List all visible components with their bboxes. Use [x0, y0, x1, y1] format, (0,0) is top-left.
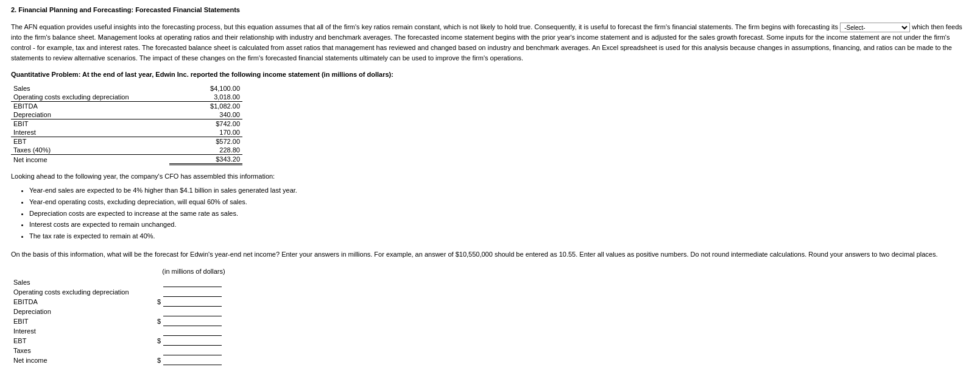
table-row: Sales: [11, 277, 224, 287]
forecast-row-label: Depreciation: [11, 307, 151, 316]
forecast-input-cell[interactable]: [163, 355, 224, 365]
forecast-row-label: EBIT: [11, 316, 151, 326]
dollar-symbol: $: [151, 297, 163, 307]
row-value: 3,018.00: [169, 93, 242, 102]
forecast-input-cell[interactable]: [163, 297, 224, 307]
row-value: $1,082.00: [169, 102, 242, 111]
forecast-row-label: Interest: [11, 326, 151, 336]
op-costs-input[interactable]: [163, 287, 222, 297]
table-row: Sales $4,100.00: [11, 84, 242, 93]
table-row: Depreciation: [11, 307, 224, 316]
forecast-row-label: Net income: [11, 355, 151, 365]
table-row: EBITDA $1,082.00: [11, 102, 242, 111]
ebitda-input[interactable]: [163, 297, 222, 307]
table-row: Taxes (40%) 228.80: [11, 146, 242, 155]
list-item: Depreciation costs are expected to incre…: [29, 208, 969, 219]
table-row: Interest: [11, 326, 224, 336]
row-value: $4,100.00: [169, 84, 242, 93]
table-row: Depreciation 340.00: [11, 110, 242, 119]
row-label: EBT: [11, 137, 169, 146]
row-label: Sales: [11, 84, 169, 93]
forecast-input-cell[interactable]: [163, 346, 224, 355]
depreciation-input[interactable]: [163, 307, 222, 316]
ebit-input[interactable]: [163, 316, 222, 326]
row-label: Operating costs excluding depreciation: [11, 93, 169, 102]
row-label: Net income: [11, 155, 169, 165]
table-row: EBT $572.00: [11, 137, 242, 146]
dollar-symbol: $: [151, 355, 163, 365]
interest-input[interactable]: [163, 326, 222, 336]
dollar-symbol: [151, 307, 163, 316]
dollar-symbol: [151, 287, 163, 297]
forecast-row-label: EBT: [11, 336, 151, 346]
row-label: Interest: [11, 128, 169, 137]
forecast-input-cell[interactable]: [163, 316, 224, 326]
table-row: EBIT $: [11, 316, 224, 326]
forecast-input-cell[interactable]: [163, 336, 224, 346]
table-row: Taxes: [11, 346, 224, 355]
forecast-row-label: Operating costs excluding depreciation: [11, 287, 151, 297]
row-value: 228.80: [169, 146, 242, 155]
section-title: 2. Financial Planning and Forecasting: F…: [11, 6, 969, 13]
looking-ahead-text: Looking ahead to the following year, the…: [11, 173, 969, 180]
table-row: Interest 170.00: [11, 128, 242, 137]
table-row: EBIT $742.00: [11, 119, 242, 129]
net-income-input[interactable]: [163, 355, 222, 365]
ebt-input[interactable]: [163, 336, 222, 346]
forecast-input-cell[interactable]: [163, 307, 224, 316]
quant-problem: Quantitative Problem: At the end of last…: [11, 71, 969, 78]
row-value: $742.00: [169, 119, 242, 129]
row-value: 340.00: [169, 110, 242, 119]
table-row: EBITDA $: [11, 297, 224, 307]
bullet-list: Year-end sales are expected to be 4% hig…: [29, 185, 969, 241]
row-label: Taxes (40%): [11, 146, 169, 155]
table-row: Operating costs excluding depreciation 3…: [11, 93, 242, 102]
forecast-header: (in millions of dollars): [133, 268, 255, 275]
row-label: EBITDA: [11, 102, 169, 111]
forecast-section: (in millions of dollars) Sales Operating…: [11, 268, 969, 365]
table-row-net-income: Net income $343.20: [11, 155, 242, 165]
row-value: $343.20: [169, 155, 242, 165]
forecast-row-label: Sales: [11, 277, 151, 287]
dollar-symbol: $: [151, 316, 163, 326]
sales-input[interactable]: [163, 277, 222, 287]
row-label: Depreciation: [11, 110, 169, 119]
row-value: 170.00: [169, 128, 242, 137]
forecast-input-cell[interactable]: [163, 277, 224, 287]
row-label: EBIT: [11, 119, 169, 129]
list-item: Interest costs are expected to remain un…: [29, 219, 969, 230]
income-statement-select[interactable]: -Select- income statement balance sheet …: [840, 23, 910, 32]
list-item: Year-end operating costs, excluding depr…: [29, 196, 969, 208]
taxes-input[interactable]: [163, 346, 222, 355]
table-row: Net income $: [11, 355, 224, 365]
forecast-input-cell[interactable]: [163, 287, 224, 297]
forecast-row-label: EBITDA: [11, 297, 151, 307]
dollar-symbol: [151, 346, 163, 355]
intro-text: The AFN equation provides useful insight…: [11, 22, 969, 63]
dollar-symbol: $: [151, 336, 163, 346]
forecast-table: Sales Operating costs excluding deprecia…: [11, 277, 224, 365]
intro-para-1: The AFN equation provides useful insight…: [11, 23, 838, 30]
row-value: $572.00: [169, 137, 242, 146]
list-item: The tax rate is expected to remain at 40…: [29, 230, 969, 242]
list-item: Year-end sales are expected to be 4% hig…: [29, 185, 969, 196]
income-statement-table: Sales $4,100.00 Operating costs excludin…: [11, 84, 242, 165]
forecast-input-cell[interactable]: [163, 326, 224, 336]
dollar-symbol: [151, 326, 163, 336]
table-row: EBT $: [11, 336, 224, 346]
forecast-row-label: Taxes: [11, 346, 151, 355]
dollar-symbol: [151, 277, 163, 287]
table-row: Operating costs excluding depreciation: [11, 287, 224, 297]
basis-text: On the basis of this information, what w…: [11, 249, 969, 260]
